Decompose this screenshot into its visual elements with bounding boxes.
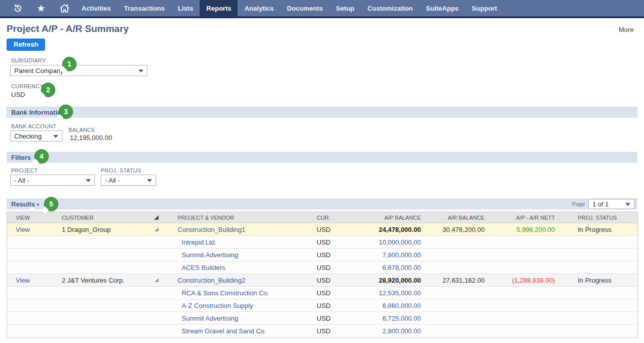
ap-balance-link[interactable]: 6,860,000.00 — [383, 302, 421, 310]
currency-cell: USD — [304, 327, 332, 335]
ap-balance-cell: 10,000,000.00 — [332, 238, 427, 246]
view-link[interactable]: View — [16, 277, 30, 284]
callout-badge-5: 5 — [44, 197, 58, 211]
page-select[interactable]: 1 of 1 — [588, 199, 634, 209]
proj-status-cell: In Progress — [558, 277, 637, 284]
page: ★ ActivitiesTransactionsListsReportsAnal… — [0, 0, 644, 343]
nav-item-reports[interactable]: Reports — [200, 0, 238, 18]
page-title: Project A/P - A/R Summary — [7, 23, 129, 35]
project-vendor-cell: RCA & Sons Construction Co. — [165, 289, 305, 297]
ap-balance-cell: 24,478,000.00 — [332, 226, 427, 233]
ap-balance-link[interactable]: 10,000,000.00 — [379, 238, 421, 246]
nav-item-transactions[interactable]: Transactions — [118, 0, 171, 18]
callout-badge-2: 2 — [41, 83, 55, 97]
callout-badge-4: 4 — [34, 149, 49, 163]
ap-balance-total: 24,478,000.00 — [379, 226, 421, 233]
chevron-down-icon — [625, 203, 630, 206]
col-header-proj-status[interactable]: PROJ. STATUS — [558, 215, 637, 221]
project-vendor-cell: Stream Gravel and Sand Co. — [165, 327, 305, 335]
nav-icon-group: ★ — [0, 0, 75, 18]
nav-item-lists[interactable]: Lists — [171, 0, 200, 18]
star-icon[interactable]: ★ — [35, 3, 47, 14]
project-filter-label: PROJECT — [11, 167, 38, 174]
table-row: A-Z Construction SupplyUSD6,860,000.00 — [7, 299, 637, 312]
more-link[interactable]: More — [619, 26, 634, 33]
project-vendor-cell: A-Z Construction Supply — [165, 302, 305, 310]
filters-title: Filters — [11, 154, 31, 161]
col-header-view[interactable]: VIEW — [7, 215, 51, 221]
nett-value: 5,998,200.00 — [516, 226, 555, 233]
ap-balance-link[interactable]: 12,535,000.00 — [379, 289, 421, 297]
col-header-customer[interactable]: CUSTOMER — [51, 215, 165, 221]
ap-balance-link[interactable]: 7,800,000.00 — [383, 251, 421, 259]
nav-item-support[interactable]: Support — [465, 0, 504, 18]
sort-indicator-icon[interactable] — [154, 215, 159, 220]
table-row: Summit AdvertisingUSD7,800,000.00 — [7, 249, 637, 261]
proj-status-filter-select[interactable]: - All - — [101, 175, 156, 186]
customer-cell: 1 Dragon_Group — [51, 226, 165, 233]
proj-status-filter-value: - All - — [105, 177, 120, 184]
project-vendor-cell: Construction_Building2 — [165, 277, 305, 284]
results-table: VIEW CUSTOMER PROJECT & VENDOR CUR. A/P … — [7, 212, 638, 338]
refresh-button[interactable]: Refresh — [7, 39, 45, 51]
ap-balance-cell: 12,535,000.00 — [332, 289, 427, 297]
currency-value: USD — [11, 91, 25, 98]
vendor-link[interactable]: Summit Advertising — [182, 251, 238, 259]
proj-status-filter-label: PROJ. STATUS — [101, 167, 141, 174]
col-header-ar-balance[interactable]: A/R BALANCE — [427, 215, 488, 221]
bank-information-section-header: Bank Information — [7, 107, 637, 118]
chevron-down-icon — [138, 70, 143, 73]
vendor-link[interactable]: A-Z Construction Supply — [182, 302, 253, 310]
pagination: Page 1 of 1 — [572, 198, 634, 210]
top-navbar: ★ ActivitiesTransactionsListsReportsAnal… — [0, 0, 644, 18]
col-header-currency[interactable]: CUR. — [304, 215, 332, 221]
nett-cell: 5,998,200.00 — [487, 226, 558, 233]
project-link[interactable]: Construction_Building2 — [178, 277, 246, 284]
table-header-row: VIEW CUSTOMER PROJECT & VENDOR CUR. A/P … — [7, 212, 637, 223]
bank-information-title: Bank Information — [11, 109, 65, 116]
ap-balance-link[interactable]: 6,725,000.00 — [383, 315, 421, 322]
col-header-ap-balance[interactable]: A/P BALANCE — [332, 215, 427, 221]
nav-item-setup[interactable]: Setup — [329, 0, 361, 18]
currency-cell: USD — [304, 315, 332, 322]
results-section-header: Results • Page 1 of 1 — [7, 198, 637, 210]
vendor-link[interactable]: Intrepid Ltd. — [182, 238, 217, 246]
nav-item-analytics[interactable]: Analytics — [238, 0, 280, 18]
vendor-link[interactable]: RCA & Sons Construction Co. — [182, 289, 270, 297]
history-icon[interactable] — [12, 3, 23, 14]
table-row: Intrepid Ltd.USD10,000,000.00 — [7, 236, 637, 249]
nav-item-documents[interactable]: Documents — [280, 0, 329, 18]
col-header-nett[interactable]: A/P - A/R NETT — [487, 215, 558, 221]
project-filter-select[interactable]: - All - — [10, 175, 95, 186]
vendor-link[interactable]: Summit Advertising — [182, 315, 238, 322]
vendor-link[interactable]: ACES Builders — [182, 264, 225, 271]
collapse-indicator-icon[interactable] — [155, 227, 159, 231]
project-vendor-cell: Summit Advertising — [165, 251, 305, 259]
project-filter-value: - All - — [14, 177, 29, 184]
view-link[interactable]: View — [16, 226, 30, 233]
customer-cell: 2 J&T Ventures Corp. — [51, 277, 165, 284]
view-cell: View — [7, 277, 51, 284]
vendor-link[interactable]: Stream Gravel and Sand Co. — [182, 327, 267, 335]
bank-account-label: BANK ACCOUNT — [11, 123, 56, 129]
balance-label: BALANCE — [68, 127, 95, 133]
proj-status-cell: In Progress — [558, 226, 637, 233]
nav-item-customization[interactable]: Customization — [361, 0, 420, 18]
bank-account-select[interactable]: Checking — [10, 130, 62, 142]
nav-item-activities[interactable]: Activities — [75, 0, 118, 18]
home-icon[interactable] — [59, 3, 70, 14]
nav-menu: ActivitiesTransactionsListsReportsAnalyt… — [75, 0, 504, 18]
collapse-indicator-icon[interactable] — [155, 278, 159, 282]
customer-name: 2 J&T Ventures Corp. — [62, 277, 125, 284]
col-header-project-vendor[interactable]: PROJECT & VENDOR — [165, 215, 305, 221]
ar-balance-cell: 30,476,200.00 — [427, 226, 488, 233]
ap-balance-link[interactable]: 6,678,000.00 — [383, 264, 421, 271]
page-label: Page — [572, 201, 585, 207]
subsidiary-select[interactable]: Parent Company — [10, 65, 147, 76]
subsidiary-value: Parent Company — [14, 67, 64, 75]
nav-item-suiteapps[interactable]: SuiteApps — [420, 0, 465, 18]
ap-balance-link[interactable]: 2,800,000.00 — [383, 327, 421, 335]
project-link[interactable]: Construction_Building1 — [178, 226, 246, 233]
customer-name: 1 Dragon_Group — [62, 226, 111, 233]
project-vendor-cell: Summit Advertising — [165, 315, 305, 322]
